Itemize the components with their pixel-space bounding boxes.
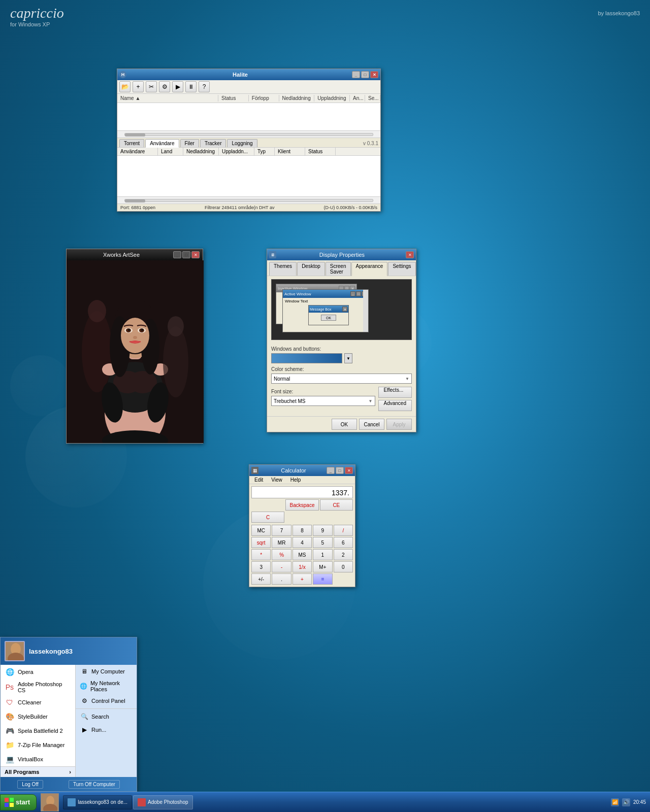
calc-close-button[interactable]: ✕ <box>345 467 353 474</box>
taskbar-item-0[interactable]: lassekongo83 on de... <box>63 795 132 809</box>
artsee-titlebar[interactable]: Xworks ArtSee _ □ ✕ <box>67 249 203 260</box>
artsee-maximize-button[interactable]: □ <box>182 251 190 258</box>
halite-titlebar[interactable]: H Halite _ □ ✕ <box>117 69 380 80</box>
sm-my-computer[interactable]: 🖥 My Computer <box>76 665 137 678</box>
dp-apply-button[interactable]: Apply <box>386 419 412 430</box>
btn-divide[interactable]: / <box>334 525 353 536</box>
minimize-button[interactable]: _ <box>352 71 360 78</box>
maximize-button[interactable]: □ <box>361 71 369 78</box>
taskbar-thumbnail[interactable] <box>41 793 59 811</box>
calculator-titlebar[interactable]: ▦ Calculator _ □ ✕ <box>249 465 355 476</box>
calc-minimize-button[interactable]: _ <box>327 467 335 474</box>
halite-toolbar: 📂 + ✂ ⚙ ▶ ⏸ ? <box>117 80 380 94</box>
windows-buttons-swatch <box>271 353 342 363</box>
sm-item-virtualbox[interactable]: 💻 VirtualBox <box>1 752 75 766</box>
btn-2[interactable]: 2 <box>334 549 353 560</box>
halite-scrollbar-h2[interactable] <box>117 196 380 204</box>
btn-8[interactable]: 8 <box>292 525 312 536</box>
tab-appearance[interactable]: Appearance <box>351 262 388 276</box>
mr-button[interactable]: MR <box>272 537 291 548</box>
toolbar-play-button[interactable]: ▶ <box>172 81 183 92</box>
btn-equals[interactable]: = <box>313 573 332 585</box>
windows-buttons-dropdown[interactable]: ▼ <box>344 353 352 363</box>
dp-cancel-button[interactable]: Cancel <box>359 419 384 430</box>
btn-1[interactable]: 1 <box>313 549 332 560</box>
toolbar-add-button[interactable]: + <box>133 81 144 92</box>
toolbar-gear-button[interactable]: ⚙ <box>159 81 170 92</box>
sm-my-network[interactable]: 🌐 My Network Places <box>76 678 137 694</box>
tab-tracker[interactable]: Tracker <box>200 139 226 147</box>
toolbar-help-button[interactable]: ? <box>199 81 210 92</box>
btn-5[interactable]: 5 <box>313 537 332 548</box>
btn-9[interactable]: 9 <box>313 525 332 536</box>
scroll-thumb-2 <box>125 199 145 202</box>
sm-item-7zip[interactable]: 📁 7-Zip File Manager <box>1 738 75 752</box>
sm-control-panel[interactable]: ⚙ Control Panel <box>76 694 137 707</box>
all-programs-button[interactable]: All Programs › <box>1 766 75 777</box>
sm-ccleaner-label: CCleaner <box>18 699 41 705</box>
ce-button[interactable]: CE <box>320 499 353 511</box>
sm-run[interactable]: ▶ Run... <box>76 723 137 736</box>
tab-filer[interactable]: Filer <box>180 139 199 147</box>
font-size-select[interactable]: Trebuchet MS ▼ <box>271 396 375 406</box>
display-props-close-button[interactable]: ✕ <box>406 251 414 258</box>
btn-3[interactable]: 3 <box>251 561 271 572</box>
halite-scrollbar-h[interactable] <box>117 131 380 138</box>
artsee-close-button[interactable]: ✕ <box>191 251 200 258</box>
toolbar-open-button[interactable]: 📂 <box>119 81 131 92</box>
dp-ok-footer-button[interactable]: OK <box>332 419 357 430</box>
btn-plus[interactable]: + <box>292 573 312 585</box>
btn-multiply[interactable]: * <box>251 549 271 560</box>
tab-torrent[interactable]: Torrent <box>119 139 144 147</box>
sm-item-photoshop[interactable]: Ps Adobe Photoshop CS <box>1 679 75 695</box>
effects-button[interactable]: Effects... <box>378 387 412 398</box>
mplus-button[interactable]: M+ <box>313 561 332 572</box>
sm-item-battlefield[interactable]: 🎮 Spela Battlefield 2 <box>1 724 75 738</box>
sm-search[interactable]: 🔍 Search <box>76 710 137 723</box>
dp-scrollbar[interactable] <box>363 290 368 332</box>
tab-anvandare[interactable]: Användare <box>145 139 179 148</box>
btn-7[interactable]: 7 <box>272 525 291 536</box>
my-network-icon: 🌐 <box>80 682 88 691</box>
btn-sqrt[interactable]: sqrt <box>251 537 271 548</box>
tab-themes[interactable]: Themes <box>269 262 297 276</box>
btn-decimal[interactable]: . <box>272 573 291 585</box>
tab-screensaver[interactable]: Screen Saver <box>326 262 351 276</box>
close-button[interactable]: ✕ <box>370 71 378 78</box>
btn-minus[interactable]: - <box>272 561 291 572</box>
tab-loggning[interactable]: Loggning <box>227 139 257 147</box>
start-button[interactable]: start <box>0 794 37 810</box>
sm-item-opera[interactable]: 🌐 Opera <box>1 665 75 679</box>
clear-button[interactable]: C <box>251 512 284 523</box>
toolbar-settings-button[interactable]: ✂ <box>146 81 157 92</box>
color-scheme-select[interactable]: Normal ▼ <box>271 374 412 384</box>
tab-desktop[interactable]: Desktop <box>297 262 325 276</box>
tab-settings[interactable]: Settings <box>388 262 415 276</box>
btn-plusminus[interactable]: +/- <box>251 573 271 585</box>
calc-menu-edit[interactable]: Edit <box>250 477 267 483</box>
btn-reciprocal[interactable]: 1/x <box>292 561 312 572</box>
btn-percent[interactable]: % <box>272 549 291 560</box>
calc-menu-help[interactable]: Help <box>286 477 305 483</box>
btn-0[interactable]: 0 <box>334 561 353 572</box>
turnoff-button[interactable]: Turn Off Computer <box>69 780 120 789</box>
calc-maximize-button[interactable]: □ <box>336 467 344 474</box>
sm-item-stylebuilder[interactable]: 🎨 StyleBuilder <box>1 709 75 724</box>
advanced-button[interactable]: Advanced <box>378 400 412 411</box>
dp-ok-button[interactable]: OK <box>321 315 336 321</box>
ms-button[interactable]: MS <box>292 549 312 560</box>
display-props-titlebar[interactable]: 🖥 Display Properties ✕ <box>267 249 416 260</box>
toolbar-pause-button[interactable]: ⏸ <box>185 81 197 92</box>
calc-menu-view[interactable]: View <box>267 477 286 483</box>
artsee-minimize-button[interactable]: _ <box>173 251 181 258</box>
start-menu-footer: Log Off Turn Off Computer <box>1 777 137 791</box>
mc-button[interactable]: MC <box>251 525 271 536</box>
sm-item-ccleaner[interactable]: 🛡 CCleaner <box>1 695 75 709</box>
taskbar-item-1[interactable]: Adobe Photoshop <box>133 795 193 809</box>
svg-rect-33 <box>10 803 14 807</box>
btn-6[interactable]: 6 <box>334 537 353 548</box>
backspace-button[interactable]: Backspace <box>285 499 318 511</box>
btn-4[interactable]: 4 <box>292 537 312 548</box>
logoff-button[interactable]: Log Off <box>17 780 43 789</box>
halite-peer-headers: Användare Land Nedladdning Uppladdn... T… <box>117 148 380 156</box>
